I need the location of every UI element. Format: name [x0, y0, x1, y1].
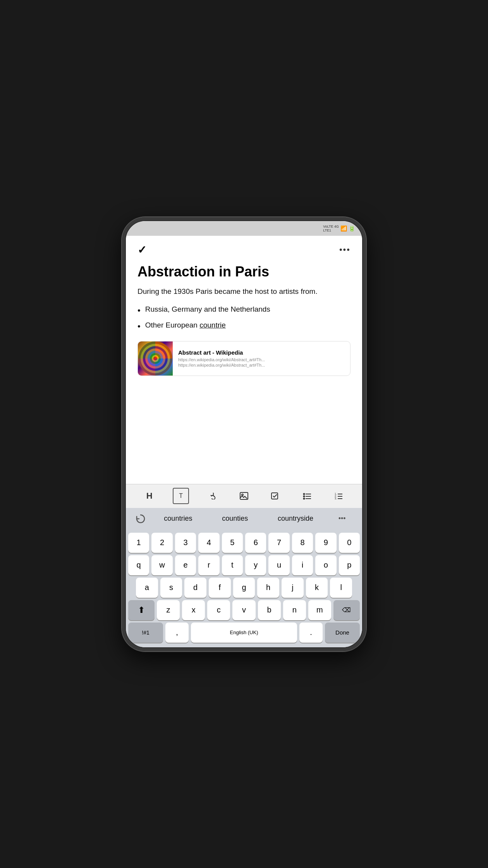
key-l[interactable]: l	[330, 578, 352, 598]
formatting-toolbar: H T	[126, 484, 362, 508]
bullet-list: Russia, Germany and the Netherlands Othe…	[137, 304, 351, 333]
link-card-info: Abstract art - Wikipedia https://en.wiki…	[173, 341, 350, 376]
svg-point-13	[303, 496, 304, 497]
screen: VoLTE 4GLTE1 📶 🔋 ✓ ••• Abstraction in Pa…	[126, 221, 362, 647]
phone-shell: VoLTE 4GLTE1 📶 🔋 ✓ ••• Abstraction in Pa…	[122, 217, 366, 651]
svg-text:3.: 3.	[335, 497, 337, 500]
svg-point-9	[242, 494, 243, 496]
key-6[interactable]: 6	[245, 533, 266, 553]
key-x[interactable]: x	[182, 600, 205, 620]
autocorrect-icon	[132, 510, 149, 527]
key-u[interactable]: u	[268, 555, 289, 575]
svg-rect-10	[271, 493, 278, 499]
autocorrect-suggestions: countries counties countryside •••	[149, 512, 356, 525]
suggestion-countryside[interactable]: countryside	[273, 512, 318, 525]
key-8[interactable]: 8	[292, 533, 313, 553]
space-key[interactable]: English (UK)	[191, 623, 297, 643]
checklist-button[interactable]	[267, 488, 284, 504]
link-card-url1: https://en.wikipedia.org/wiki/Abstract_a…	[178, 357, 345, 362]
key-o[interactable]: o	[315, 555, 336, 575]
key-w[interactable]: w	[151, 555, 172, 575]
key-d[interactable]: d	[184, 578, 206, 598]
key-e[interactable]: e	[175, 555, 196, 575]
checkmark-button[interactable]: ✓	[137, 244, 146, 256]
suggestion-counties[interactable]: counties	[217, 512, 253, 525]
unordered-list-button[interactable]	[299, 488, 315, 504]
svg-point-11	[303, 494, 304, 495]
key-row-qwerty: q w e r t y u i o p	[128, 555, 360, 575]
key-r[interactable]: r	[198, 555, 219, 575]
key-3[interactable]: 3	[175, 533, 196, 553]
key-i[interactable]: i	[292, 555, 313, 575]
key-m[interactable]: m	[308, 600, 331, 620]
carrier-text: VoLTE 4GLTE1	[323, 225, 339, 232]
key-5[interactable]: 5	[222, 533, 243, 553]
key-n[interactable]: n	[283, 600, 306, 620]
link-card-image	[138, 341, 173, 376]
heading-button[interactable]: H	[141, 488, 158, 504]
done-key[interactable]: Done	[325, 623, 360, 643]
key-p[interactable]: p	[339, 555, 360, 575]
key-row-asdf: a s d f g h j k l	[128, 578, 360, 598]
note-title[interactable]: Abstraction in Paris	[137, 263, 351, 280]
note-body[interactable]: During the 1930s Paris became the host t…	[137, 286, 351, 297]
key-v[interactable]: v	[232, 600, 255, 620]
key-0[interactable]: 0	[339, 533, 360, 553]
delete-key[interactable]: ⌫	[333, 600, 360, 620]
status-icons: VoLTE 4GLTE1 📶 🔋	[323, 225, 355, 232]
key-row-numbers: 1 2 3 4 5 6 7 8 9 0	[128, 533, 360, 553]
image-button[interactable]	[236, 488, 252, 504]
key-z[interactable]: z	[157, 600, 180, 620]
key-q[interactable]: q	[128, 555, 149, 575]
signal-icon: 📶	[340, 225, 347, 232]
key-k[interactable]: k	[306, 578, 328, 598]
key-h[interactable]: h	[257, 578, 279, 598]
period-key[interactable]: .	[299, 623, 323, 643]
key-9[interactable]: 9	[315, 533, 336, 553]
bullet-item-2[interactable]: Other European countrie	[137, 320, 351, 333]
autocorrect-bar: countries counties countryside •••	[126, 508, 362, 530]
key-7[interactable]: 7	[268, 533, 289, 553]
symbols-key[interactable]: !#1	[128, 623, 163, 643]
bullet-item-1[interactable]: Russia, Germany and the Netherlands	[137, 304, 351, 317]
key-row-bottom: !#1 , English (UK) . Done	[128, 623, 360, 643]
svg-point-15	[303, 498, 304, 499]
link-card-url2: https://en.wikipedia.org/wiki/Abstract_a…	[178, 363, 345, 367]
text-style-button[interactable]: T	[173, 488, 189, 504]
link-card[interactable]: Abstract art - Wikipedia https://en.wiki…	[137, 341, 351, 376]
key-s[interactable]: s	[160, 578, 182, 598]
key-j[interactable]: j	[282, 578, 304, 598]
keyboard: 1 2 3 4 5 6 7 8 9 0 q w e r t y u i	[126, 530, 362, 647]
link-card-title: Abstract art - Wikipedia	[178, 349, 345, 356]
key-g[interactable]: g	[233, 578, 255, 598]
key-b[interactable]: b	[258, 600, 281, 620]
key-row-zxcv: ⬆ z x c v b n m ⌫	[128, 600, 360, 620]
autocorrect-word: countrie	[199, 321, 226, 329]
top-bar: ✓ •••	[137, 244, 351, 256]
comma-key[interactable]: ,	[165, 623, 189, 643]
key-4[interactable]: 4	[198, 533, 219, 553]
content-area: ✓ ••• Abstraction in Paris During the 19…	[126, 236, 362, 484]
ordered-list-button[interactable]: 1. 2. 3.	[330, 488, 347, 504]
key-1[interactable]: 1	[128, 533, 149, 553]
key-t[interactable]: t	[222, 555, 243, 575]
shift-key[interactable]: ⬆	[128, 600, 155, 620]
key-a[interactable]: a	[136, 578, 158, 598]
suggestion-countries[interactable]: countries	[159, 512, 197, 525]
more-options-button[interactable]: •••	[339, 245, 351, 255]
key-c[interactable]: c	[207, 600, 230, 620]
battery-icon: 🔋	[349, 225, 355, 232]
key-2[interactable]: 2	[151, 533, 172, 553]
suggestion-more[interactable]: •••	[339, 515, 346, 523]
status-bar: VoLTE 4GLTE1 📶 🔋	[126, 221, 362, 236]
key-f[interactable]: f	[209, 578, 231, 598]
key-y[interactable]: y	[245, 555, 266, 575]
link-button[interactable]	[204, 488, 221, 504]
